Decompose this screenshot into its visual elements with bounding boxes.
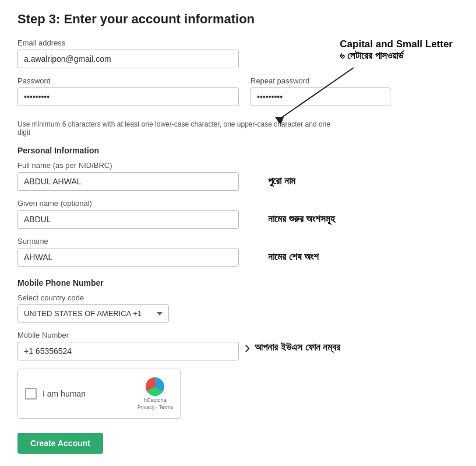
captcha-logo: hCaptcha Privacy · Terms	[137, 377, 173, 410]
surname-row: Surname নামের শেষ অংশ	[17, 237, 459, 267]
page-title: Step 3: Enter your account information	[17, 12, 459, 27]
create-account-button[interactable]: Create Account	[17, 433, 103, 454]
given-name-annotation: নামের শুরুর অংশসমূহ	[268, 213, 335, 229]
captcha-checkbox[interactable]	[25, 388, 37, 400]
country-code-wrapper: UNITED STATES OF AMERICA +1	[17, 304, 169, 323]
repeat-password-field-group: Repeat password	[251, 76, 390, 106]
full-name-input[interactable]	[17, 172, 239, 191]
full-name-row: Full name (as per NID/BRC) পুরো নাম	[17, 161, 459, 191]
mobile-number-label: Mobile Number	[17, 331, 239, 339]
password-hint: Use minimum 6 characters with at least o…	[17, 120, 344, 136]
captcha-sub: Privacy · Terms	[137, 404, 173, 410]
email-input[interactable]	[17, 50, 239, 68]
password-label: Password	[17, 76, 239, 85]
full-name-field-group: Full name (as per NID/BRC)	[17, 161, 239, 191]
surname-annotation: নামের শেষ অংশ	[268, 251, 319, 267]
given-name-label: Given name (optional)	[17, 199, 239, 208]
captcha-left: I am human	[25, 388, 86, 400]
full-name-label: Full name (as per NID/BRC)	[17, 161, 239, 170]
repeat-password-label: Repeat password	[251, 76, 390, 85]
given-name-field-group: Given name (optional)	[17, 199, 239, 229]
repeat-password-input[interactable]	[251, 87, 390, 106]
surname-field-group: Surname	[17, 237, 239, 267]
surname-label: Surname	[17, 237, 239, 246]
captcha-circle-icon	[146, 377, 164, 396]
country-code-select[interactable]: UNITED STATES OF AMERICA +1	[17, 304, 169, 323]
given-name-input[interactable]	[17, 210, 239, 229]
password-input[interactable]	[17, 87, 239, 106]
password-field-group: Password	[17, 76, 239, 106]
phone-annotation: › আপনার ইউএস ফোন নম্বর	[245, 338, 341, 360]
captcha-box[interactable]: I am human hCaptcha Privacy · Terms	[17, 369, 181, 419]
full-name-annotation: পুরো নাম	[268, 176, 295, 191]
surname-input[interactable]	[17, 248, 239, 267]
captcha-label: I am human	[43, 389, 86, 398]
arrow-right-icon: ›	[245, 338, 250, 357]
country-code-field-group: Select country code UNITED STATES OF AME…	[17, 293, 459, 323]
mobile-number-input[interactable]	[17, 342, 239, 360]
mobile-number-field-group: Mobile Number	[17, 331, 239, 360]
mobile-phone-title: Mobile Phone Number	[17, 278, 459, 288]
mobile-row: Mobile Number › আপনার ইউএস ফোন নম্বর	[17, 331, 459, 360]
password-row: Password Repeat password	[17, 76, 459, 114]
captcha-brand: hCaptcha	[144, 397, 167, 403]
personal-info-title: Personal Information	[17, 146, 459, 155]
given-name-row: Given name (optional) নামের শুরুর অংশসমূ…	[17, 199, 459, 229]
capital-letter-annotation: Capital and Small Letter ৬ লেটারের পাসওয…	[340, 38, 453, 62]
country-code-label: Select country code	[17, 293, 459, 302]
